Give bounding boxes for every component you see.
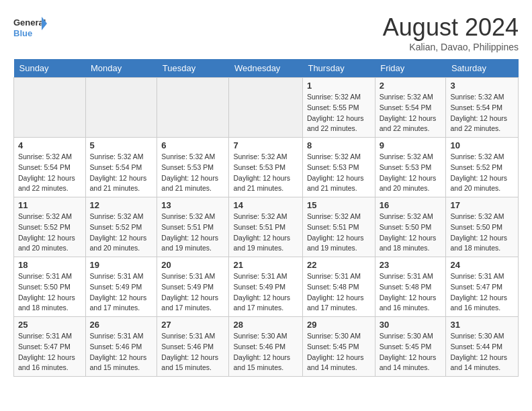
location: Kalian, Davao, Philippines [383, 42, 519, 52]
day-info: Sunrise: 5:31 AM Sunset: 5:49 PM Dayligh… [161, 271, 224, 314]
sunset-label: Sunset: 5:54 PM [90, 163, 142, 171]
daylight-label: Daylight: 12 hours and 16 minutes. [18, 353, 75, 372]
month-year: August 2024 [383, 13, 519, 42]
sunset-label: Sunset: 5:52 PM [450, 163, 502, 171]
sunrise-label: Sunrise: 5:30 AM [380, 332, 433, 340]
day-number: 30 [380, 320, 442, 330]
calendar-cell: 14 Sunrise: 5:32 AM Sunset: 5:51 PM Dayl… [229, 197, 303, 257]
calendar-cell: 11 Sunrise: 5:32 AM Sunset: 5:52 PM Dayl… [14, 197, 86, 257]
daylight-label: Daylight: 12 hours and 22 minutes. [307, 114, 364, 133]
sunset-label: Sunset: 5:53 PM [161, 163, 214, 171]
weekday-header-friday: Friday [375, 59, 446, 78]
day-info: Sunrise: 5:32 AM Sunset: 5:53 PM Dayligh… [380, 152, 442, 194]
sunset-label: Sunset: 5:53 PM [233, 163, 285, 171]
sunrise-label: Sunrise: 5:32 AM [307, 212, 361, 220]
calendar-cell: 22 Sunrise: 5:31 AM Sunset: 5:48 PM Dayl… [302, 257, 375, 317]
daylight-label: Daylight: 12 hours and 14 minutes. [450, 353, 507, 372]
day-number: 22 [307, 260, 371, 270]
day-info: Sunrise: 5:32 AM Sunset: 5:52 PM Dayligh… [90, 212, 153, 254]
week-row-2: 4 Sunrise: 5:32 AM Sunset: 5:54 PM Dayli… [14, 138, 519, 197]
day-info: Sunrise: 5:32 AM Sunset: 5:52 PM Dayligh… [18, 212, 81, 254]
day-info: Sunrise: 5:32 AM Sunset: 5:53 PM Dayligh… [233, 152, 298, 194]
calendar-cell: 1 Sunrise: 5:32 AM Sunset: 5:55 PM Dayli… [302, 78, 375, 138]
sunrise-label: Sunrise: 5:32 AM [90, 212, 144, 220]
day-info: Sunrise: 5:32 AM Sunset: 5:51 PM Dayligh… [161, 212, 224, 254]
day-number: 2 [380, 81, 442, 91]
day-number: 18 [18, 260, 81, 270]
day-number: 11 [18, 200, 81, 210]
sunrise-label: Sunrise: 5:32 AM [450, 212, 504, 220]
day-number: 23 [380, 260, 442, 270]
day-info: Sunrise: 5:32 AM Sunset: 5:51 PM Dayligh… [233, 212, 298, 254]
sunrise-label: Sunrise: 5:31 AM [90, 332, 144, 340]
day-number: 1 [307, 81, 371, 91]
day-number: 13 [161, 200, 224, 210]
day-number: 10 [450, 140, 514, 150]
daylight-label: Daylight: 12 hours and 21 minutes. [307, 174, 364, 193]
logo-svg: General Blue [13, 13, 47, 44]
daylight-label: Daylight: 12 hours and 21 minutes. [233, 174, 290, 193]
day-number: 4 [18, 140, 81, 150]
daylight-label: Daylight: 12 hours and 19 minutes. [233, 234, 290, 253]
sunrise-label: Sunrise: 5:32 AM [18, 212, 72, 220]
calendar-cell: 15 Sunrise: 5:32 AM Sunset: 5:51 PM Dayl… [302, 197, 375, 257]
sunset-label: Sunset: 5:50 PM [18, 283, 71, 291]
daylight-label: Daylight: 12 hours and 20 minutes. [450, 174, 507, 193]
sunrise-label: Sunrise: 5:32 AM [90, 152, 144, 161]
daylight-label: Daylight: 12 hours and 19 minutes. [161, 234, 218, 253]
day-number: 21 [233, 260, 298, 270]
day-info: Sunrise: 5:31 AM Sunset: 5:49 PM Dayligh… [90, 271, 153, 314]
daylight-label: Daylight: 12 hours and 16 minutes. [450, 293, 507, 312]
sunset-label: Sunset: 5:52 PM [90, 223, 142, 231]
calendar-cell: 24 Sunrise: 5:31 AM Sunset: 5:47 PM Dayl… [446, 257, 519, 317]
day-number: 17 [450, 200, 514, 210]
daylight-label: Daylight: 12 hours and 15 minutes. [161, 353, 218, 372]
day-info: Sunrise: 5:31 AM Sunset: 5:48 PM Dayligh… [307, 271, 371, 314]
sunset-label: Sunset: 5:53 PM [307, 163, 359, 171]
sunrise-label: Sunrise: 5:32 AM [450, 93, 504, 101]
daylight-label: Daylight: 12 hours and 18 minutes. [18, 293, 75, 312]
day-number: 7 [233, 140, 298, 150]
sunset-label: Sunset: 5:46 PM [233, 342, 285, 351]
day-number: 28 [233, 320, 298, 330]
title-area: August 2024 Kalian, Davao, Philippines [383, 13, 519, 52]
week-row-1: 1 Sunrise: 5:32 AM Sunset: 5:55 PM Dayli… [14, 78, 519, 138]
calendar-cell: 6 Sunrise: 5:32 AM Sunset: 5:53 PM Dayli… [157, 138, 229, 197]
week-row-4: 18 Sunrise: 5:31 AM Sunset: 5:50 PM Dayl… [14, 257, 519, 317]
day-info: Sunrise: 5:32 AM Sunset: 5:54 PM Dayligh… [90, 152, 153, 194]
day-number: 15 [307, 200, 371, 210]
calendar-cell: 4 Sunrise: 5:32 AM Sunset: 5:54 PM Dayli… [14, 138, 86, 197]
sunset-label: Sunset: 5:49 PM [90, 283, 142, 291]
week-row-5: 25 Sunrise: 5:31 AM Sunset: 5:47 PM Dayl… [14, 317, 519, 377]
day-number: 3 [450, 81, 514, 91]
calendar-cell: 8 Sunrise: 5:32 AM Sunset: 5:53 PM Dayli… [302, 138, 375, 197]
day-info: Sunrise: 5:32 AM Sunset: 5:53 PM Dayligh… [161, 152, 224, 194]
calendar-cell: 16 Sunrise: 5:32 AM Sunset: 5:50 PM Dayl… [375, 197, 446, 257]
sunrise-label: Sunrise: 5:32 AM [380, 152, 433, 161]
daylight-label: Daylight: 12 hours and 18 minutes. [450, 234, 507, 253]
weekday-header-tuesday: Tuesday [157, 59, 229, 78]
day-info: Sunrise: 5:32 AM Sunset: 5:54 PM Dayligh… [450, 92, 514, 134]
day-number: 12 [90, 200, 153, 210]
svg-text:General: General [13, 17, 46, 28]
sunrise-label: Sunrise: 5:31 AM [233, 272, 287, 280]
day-info: Sunrise: 5:32 AM Sunset: 5:51 PM Dayligh… [307, 212, 371, 254]
sunrise-label: Sunrise: 5:31 AM [18, 332, 72, 340]
calendar-cell: 13 Sunrise: 5:32 AM Sunset: 5:51 PM Dayl… [157, 197, 229, 257]
daylight-label: Daylight: 12 hours and 21 minutes. [161, 174, 218, 193]
calendar-cell: 20 Sunrise: 5:31 AM Sunset: 5:49 PM Dayl… [157, 257, 229, 317]
weekday-header-monday: Monday [85, 59, 157, 78]
daylight-label: Daylight: 12 hours and 15 minutes. [90, 353, 147, 372]
calendar-cell: 3 Sunrise: 5:32 AM Sunset: 5:54 PM Dayli… [446, 78, 519, 138]
sunset-label: Sunset: 5:55 PM [307, 103, 359, 111]
sunrise-label: Sunrise: 5:31 AM [307, 272, 361, 280]
calendar-cell [157, 78, 229, 138]
sunrise-label: Sunrise: 5:32 AM [380, 212, 433, 220]
sunrise-label: Sunrise: 5:32 AM [18, 152, 72, 161]
calendar-cell: 9 Sunrise: 5:32 AM Sunset: 5:53 PM Dayli… [375, 138, 446, 197]
day-number: 9 [380, 140, 442, 150]
logo: General Blue [13, 13, 47, 44]
day-number: 16 [380, 200, 442, 210]
day-info: Sunrise: 5:31 AM Sunset: 5:47 PM Dayligh… [18, 331, 81, 373]
day-info: Sunrise: 5:32 AM Sunset: 5:53 PM Dayligh… [307, 152, 371, 194]
